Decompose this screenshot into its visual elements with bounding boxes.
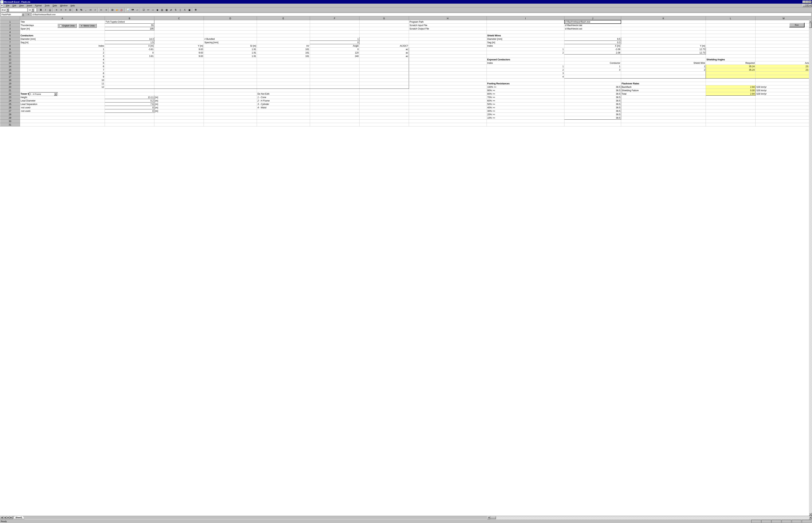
cell-A1[interactable]: Title — [20, 20, 105, 24]
cell-H28[interactable] — [409, 113, 487, 116]
cell-L9[interactable] — [706, 48, 755, 51]
font-color-button[interactable]: A▾ — [119, 8, 124, 12]
cell-A7[interactable]: Sag [m] — [20, 41, 105, 44]
scroll-track[interactable] — [496, 516, 809, 519]
scrollbar-control-button[interactable]: ▯ — [178, 8, 182, 12]
cell-E25[interactable]: 3 - Cylinder — [257, 103, 310, 106]
cell-M14[interactable]: 23.92 — [755, 65, 812, 68]
row-header-1[interactable]: 1 — [0, 20, 20, 24]
cell-D3[interactable] — [204, 27, 257, 31]
cell-M20[interactable]: /100 km/yr — [755, 85, 812, 89]
cell-E9[interactable]: 161 — [257, 48, 310, 51]
english-units-radio[interactable]: English Units — [57, 24, 77, 28]
cell-F5[interactable] — [310, 34, 359, 37]
cell-F8[interactable]: Angle — [310, 44, 359, 48]
cell-K21[interactable]: Shielding Failure — [621, 89, 706, 92]
cell-I23[interactable]: 70% >= — [487, 96, 564, 99]
cell-J28[interactable]: 38.5 — [564, 113, 621, 116]
row-header-2[interactable]: 2 — [0, 24, 20, 27]
cell-A29[interactable] — [20, 116, 105, 120]
cell-B2[interactable]: 55 — [105, 24, 154, 27]
cell-A25[interactable]: Lead Separation — [20, 103, 105, 106]
cell-B5[interactable] — [105, 34, 154, 37]
cell-D2[interactable] — [204, 24, 257, 27]
cell-E8[interactable]: kV — [257, 44, 310, 48]
align-center-button[interactable]: ≡ — [59, 8, 63, 12]
cell-H27[interactable] — [409, 109, 487, 113]
cell-D16[interactable] — [204, 72, 257, 75]
cell-K18[interactable] — [621, 78, 706, 82]
cell-I6[interactable]: Diameter [mm] — [487, 37, 564, 41]
cell-F19[interactable] — [310, 82, 359, 85]
cell-L1[interactable] — [706, 20, 755, 24]
cell-F13[interactable] — [310, 61, 359, 65]
cell-H15[interactable] — [409, 68, 487, 72]
cell-B18[interactable] — [105, 78, 154, 82]
cell-B11[interactable]: 3.81 — [105, 54, 154, 58]
cell-K19[interactable]: Flashover Rates — [621, 82, 706, 85]
cell-G30[interactable] — [359, 120, 409, 123]
cell-E27[interactable] — [257, 109, 310, 113]
cell-M19[interactable] — [755, 82, 812, 85]
cell-G31[interactable] — [359, 123, 409, 126]
cell-H29[interactable] — [409, 116, 487, 120]
cell-K5[interactable] — [621, 34, 706, 37]
cell-J30[interactable] — [564, 120, 621, 123]
cell-J21[interactable]: 38.5 — [564, 89, 621, 92]
cell-H8[interactable] — [409, 44, 487, 48]
cell-M4[interactable] — [755, 31, 812, 34]
label-control-button[interactable]: A — [183, 8, 187, 12]
cell-C9[interactable]: 9.63 — [154, 48, 204, 51]
cell-B9[interactable]: -3.81 — [105, 48, 154, 51]
cell-G28[interactable] — [359, 113, 409, 116]
row-header-16[interactable]: 16 — [0, 72, 20, 75]
cell-D22[interactable] — [204, 92, 257, 96]
cell-L28[interactable] — [706, 113, 755, 116]
cell-I13[interactable]: Index — [487, 61, 564, 65]
cell-G22[interactable] — [359, 92, 409, 96]
row-header-25[interactable]: 25 — [0, 103, 20, 106]
cell-K6[interactable] — [621, 37, 706, 41]
cell-D25[interactable] — [204, 103, 257, 106]
checkbox-control-button[interactable]: ☑ — [141, 8, 146, 12]
run-button[interactable]: Run — [789, 23, 805, 27]
cell-A10[interactable]: 2 — [20, 51, 105, 54]
cell-E18[interactable] — [257, 78, 310, 82]
italic-button[interactable]: I — [43, 8, 48, 12]
cell-A4[interactable] — [20, 31, 105, 34]
cell-F21[interactable] — [310, 89, 359, 92]
cell-C2[interactable] — [154, 24, 204, 27]
cell-A30[interactable] — [20, 120, 105, 123]
row-header-12[interactable]: 12 — [0, 58, 20, 61]
cell-D10[interactable]: 1.91 — [204, 51, 257, 54]
cell-D7[interactable]: Spacing [mm] — [204, 41, 257, 44]
cell-D12[interactable] — [204, 58, 257, 61]
menu-view[interactable]: View — [18, 4, 25, 7]
cell-B25[interactable]: 7.6 — [105, 103, 154, 106]
cell-L19[interactable] — [706, 82, 755, 85]
cell-M23[interactable] — [755, 96, 812, 99]
cell-A9[interactable]: 1 — [20, 48, 105, 51]
cell-B16[interactable] — [105, 72, 154, 75]
cell-K26[interactable] — [621, 106, 706, 109]
cell-L17[interactable] — [706, 75, 755, 78]
cell-E3[interactable] — [257, 27, 310, 31]
fill-color-button[interactable]: ◆▾ — [115, 8, 119, 12]
cell-J6[interactable]: 9.5 — [564, 37, 621, 41]
cell-E16[interactable] — [257, 72, 310, 75]
col-G[interactable]: G — [359, 17, 409, 20]
cell-B30[interactable] — [105, 120, 154, 123]
cell-C7[interactable] — [154, 41, 204, 44]
cell-G3[interactable] — [359, 27, 409, 31]
cell-H13[interactable] — [409, 61, 487, 65]
cell-A21[interactable] — [20, 89, 105, 92]
cell-F23[interactable] — [310, 96, 359, 99]
cell-J19[interactable] — [564, 82, 621, 85]
row-header-24[interactable]: 24 — [0, 99, 20, 103]
cell-H22[interactable] — [409, 92, 487, 96]
row-header-3[interactable]: 3 — [0, 27, 20, 31]
cell-M30[interactable] — [755, 120, 812, 123]
cell-D28[interactable] — [204, 113, 257, 116]
cell-A16[interactable]: 8 — [20, 72, 105, 75]
font-size-combo[interactable]: 10 ▼ — [28, 8, 37, 12]
